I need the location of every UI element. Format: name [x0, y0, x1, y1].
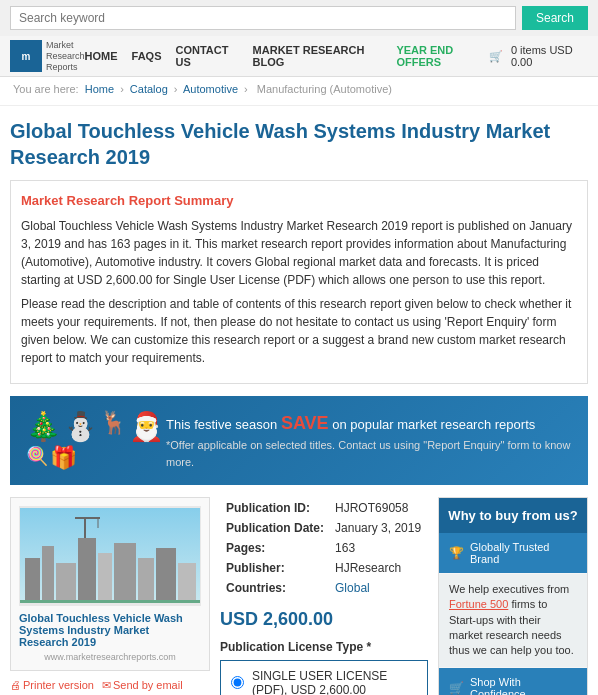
- product-image-svg: [20, 508, 200, 603]
- search-button[interactable]: Search: [522, 6, 588, 30]
- summary-title: Market Research Report Summary: [21, 191, 577, 211]
- product-url: www.marketresearchreports.com: [19, 652, 201, 662]
- publication-details-table: Publication ID: HJROT69058 Publication D…: [220, 497, 428, 599]
- svg-rect-3: [56, 563, 76, 603]
- nav-year-end[interactable]: YEAR END OFFERS: [396, 44, 489, 68]
- why-trusted-desc-text: We help executives from Fortune 500 firm…: [449, 583, 574, 657]
- why-buy-box: Why to buy from us? 🏆 Globally Trusted B…: [438, 497, 588, 695]
- why-item-trusted-label: Globally Trusted Brand: [470, 541, 577, 565]
- printer-version-link[interactable]: 🖨 Printer version: [10, 679, 94, 692]
- search-input[interactable]: [10, 6, 516, 30]
- logo-text: MarketResearchReports: [46, 40, 85, 72]
- svg-rect-13: [20, 600, 200, 603]
- nav-faqs[interactable]: FAQS: [132, 50, 162, 62]
- email-link[interactable]: ✉ Send by email: [102, 679, 183, 692]
- printer-icon: 🖨: [10, 679, 21, 691]
- festive-text: This festive season SAVE on popular mark…: [166, 410, 572, 470]
- nav-contact[interactable]: CONTACT US: [175, 44, 238, 68]
- pub-date-label: Publication Date:: [222, 519, 329, 537]
- license-radio-single[interactable]: [231, 676, 244, 689]
- summary-para1: Global Touchless Vehicle Wash Systems In…: [21, 217, 577, 289]
- why-item-confidence-label: Shop With Confidence: [470, 676, 577, 695]
- license-option-single[interactable]: SINGLE USER LICENSE (PDF), USD 2,600.00: [220, 660, 428, 695]
- why-buy-title: Why to buy from us?: [439, 498, 587, 533]
- pub-id-row: Publication ID: HJROT69058: [222, 499, 426, 517]
- countries-value: Global: [331, 579, 426, 597]
- summary-para2: Please read the description and table of…: [21, 295, 577, 367]
- cart-icon: 🛒: [489, 50, 503, 63]
- publisher-value: HJResearch: [331, 559, 426, 577]
- nav: HOME FAQS CONTACT US MARKET RESEARCH BLO…: [85, 44, 489, 68]
- product-price: USD 2,600.00: [220, 609, 428, 630]
- svg-rect-7: [138, 558, 154, 603]
- product-title: Global Touchless Vehicle Wash Systems In…: [19, 612, 201, 648]
- pages-value: 163: [331, 539, 426, 557]
- breadcrumb-current: Manufacturing (Automotive): [257, 83, 392, 95]
- summary-box: Market Research Report Summary Global To…: [10, 180, 588, 384]
- product-image-box: Global Touchless Vehicle Wash Systems In…: [10, 497, 210, 671]
- page-title-section: Global Touchless Vehicle Wash Systems In…: [0, 110, 598, 180]
- svg-rect-6: [114, 543, 136, 603]
- festive-headline: This festive season SAVE on popular mark…: [166, 410, 572, 437]
- svg-rect-8: [156, 548, 176, 603]
- product-links: 🖨 Printer version ✉ Send by email: [10, 679, 210, 692]
- logo-icon: m: [10, 40, 42, 72]
- nav-blog[interactable]: MARKET RESEARCH BLOG: [253, 44, 383, 68]
- logo: m MarketResearchReports: [10, 40, 85, 72]
- cart-area: 🛒 0 items USD 0.00: [489, 44, 588, 68]
- header: m MarketResearchReports HOME FAQS CONTAC…: [0, 36, 598, 77]
- confidence-icon: 🛒: [449, 681, 464, 695]
- cart-count: 0 items USD 0.00: [511, 44, 588, 68]
- product-thumbnail: [19, 506, 201, 606]
- main-content: Global Touchless Vehicle Wash Systems In…: [0, 497, 598, 695]
- festive-banner: 🎄 ⛄ 🦌 🎅 🍭 🎁 This festive season SAVE on …: [10, 396, 588, 485]
- festive-subtext: *Offer applicable on selected titles. Co…: [166, 437, 572, 470]
- why-item-confidence: 🛒 Shop With Confidence: [439, 668, 587, 695]
- countries-label: Countries:: [222, 579, 329, 597]
- svg-rect-9: [178, 563, 196, 603]
- publisher-row: Publisher: HJResearch: [222, 559, 426, 577]
- countries-row: Countries: Global: [222, 579, 426, 597]
- festive-save-word: SAVE: [281, 413, 329, 433]
- breadcrumb-you-are-here: You are here:: [13, 83, 79, 95]
- breadcrumb: You are here: Home › Catalog › Automotiv…: [0, 77, 598, 101]
- pages-label: Pages:: [222, 539, 329, 557]
- pages-row: Pages: 163: [222, 539, 426, 557]
- pub-id-value: HJROT69058: [331, 499, 426, 517]
- svg-rect-4: [78, 538, 96, 603]
- license-option-single-label: SINGLE USER LICENSE (PDF), USD 2,600.00: [252, 669, 417, 695]
- publisher-label: Publisher:: [222, 559, 329, 577]
- breadcrumb-catalog[interactable]: Catalog: [130, 83, 168, 95]
- pub-date-value: January 3, 2019: [331, 519, 426, 537]
- trusted-icon: 🏆: [449, 546, 464, 560]
- breadcrumb-automotive[interactable]: Automotive: [183, 83, 238, 95]
- festive-icons: 🎄 ⛄ 🦌 🎅 🍭 🎁: [26, 410, 166, 471]
- details-column: Publication ID: HJROT69058 Publication D…: [220, 497, 428, 695]
- why-trusted-desc: We help executives from Fortune 500 firm…: [439, 574, 587, 667]
- fortune500-link[interactable]: Fortune 500: [449, 598, 508, 610]
- why-item-trusted: 🏆 Globally Trusted Brand: [439, 533, 587, 573]
- breadcrumb-home[interactable]: Home: [85, 83, 114, 95]
- pub-id-label: Publication ID:: [222, 499, 329, 517]
- svg-rect-5: [98, 553, 112, 603]
- nav-home[interactable]: HOME: [85, 50, 118, 62]
- product-column: Global Touchless Vehicle Wash Systems In…: [10, 497, 210, 695]
- license-label: Publication License Type *: [220, 640, 428, 654]
- pub-date-row: Publication Date: January 3, 2019: [222, 519, 426, 537]
- svg-rect-1: [25, 558, 40, 603]
- search-bar: Search: [0, 0, 598, 36]
- page-title: Global Touchless Vehicle Wash Systems In…: [10, 118, 588, 170]
- why-buy-column: Why to buy from us? 🏆 Globally Trusted B…: [438, 497, 588, 695]
- svg-rect-2: [42, 546, 54, 603]
- email-icon: ✉: [102, 679, 111, 692]
